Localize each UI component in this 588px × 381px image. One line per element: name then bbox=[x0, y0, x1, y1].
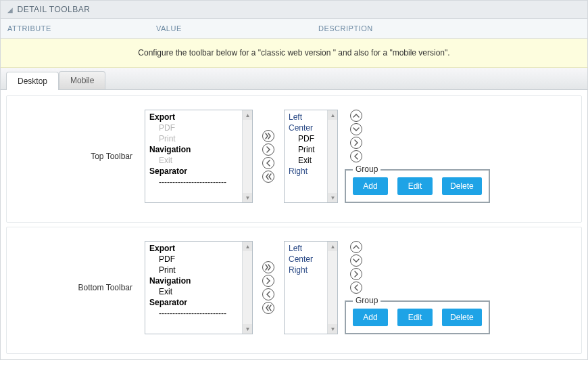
detail-toolbar-panel: ◢ DETAIL TOOLBAR ATTRIBUTE VALUE DESCRIP… bbox=[0, 0, 588, 360]
move-right-button[interactable] bbox=[350, 137, 362, 149]
list-group-head[interactable]: Separator bbox=[149, 297, 248, 308]
group-legend: Group bbox=[353, 296, 381, 305]
group-edit-button[interactable]: Edit bbox=[397, 309, 433, 326]
col-value: VALUE bbox=[156, 24, 318, 32]
column-headers: ATTRIBUTE VALUE DESCRIPTION bbox=[0, 19, 588, 39]
group-legend: Group bbox=[353, 164, 381, 174]
list-item[interactable]: Print bbox=[149, 133, 248, 144]
panel-header[interactable]: ◢ DETAIL TOOLBAR bbox=[0, 0, 588, 19]
group-add-button[interactable]: Add bbox=[353, 177, 388, 195]
group-fieldset: Group Add Edit Delete bbox=[345, 300, 490, 334]
list-item[interactable]: Exit bbox=[149, 155, 248, 166]
list-group-head[interactable]: Export bbox=[149, 112, 248, 122]
panel-title: DETAIL TOOLBAR bbox=[18, 5, 91, 14]
scroll-up-icon[interactable]: ▲ bbox=[243, 242, 253, 251]
scroll-up-icon[interactable]: ▲ bbox=[328, 110, 338, 120]
scrollbar[interactable]: ▲ ▼ bbox=[242, 242, 252, 334]
list-item[interactable]: Print bbox=[149, 265, 248, 275]
move-all-right-button[interactable] bbox=[262, 130, 274, 142]
tab-desktop[interactable]: Desktop bbox=[6, 72, 59, 90]
tab-content-desktop: Top Toolbar Export PDF Print Navigation … bbox=[0, 90, 588, 360]
list-separator[interactable]: ------------------------- bbox=[149, 177, 248, 187]
top-assigned-list[interactable]: Left Center PDF Print Exit Right ▲ ▼ bbox=[284, 110, 338, 203]
order-buttons bbox=[350, 110, 490, 162]
top-available-list[interactable]: Export PDF Print Navigation Exit Separat… bbox=[145, 110, 253, 203]
top-toolbar-section: Top Toolbar Export PDF Print Navigation … bbox=[6, 95, 582, 223]
move-all-left-button[interactable] bbox=[262, 302, 274, 314]
list-group-head[interactable]: Separator bbox=[149, 166, 248, 177]
move-down-button[interactable] bbox=[350, 254, 362, 267]
top-toolbar-label: Top Toolbar bbox=[16, 152, 145, 161]
scroll-down-icon[interactable]: ▼ bbox=[243, 324, 253, 334]
list-item[interactable]: PDF bbox=[149, 254, 248, 265]
list-group-head[interactable]: Export bbox=[149, 243, 248, 254]
move-up-button[interactable] bbox=[350, 241, 362, 253]
scroll-up-icon[interactable]: ▲ bbox=[328, 242, 338, 251]
move-left-button[interactable] bbox=[350, 150, 362, 162]
tabbar: Desktop Mobile bbox=[0, 68, 588, 90]
bottom-assigned-list[interactable]: Left Center Right ▲ ▼ bbox=[284, 241, 338, 334]
scrollbar[interactable]: ▲ ▼ bbox=[327, 110, 337, 202]
bottom-available-list[interactable]: Export PDF Print Navigation Exit Separat… bbox=[145, 241, 253, 334]
collapse-icon: ◢ bbox=[7, 6, 14, 14]
move-right-button[interactable] bbox=[262, 275, 274, 287]
group-edit-button[interactable]: Edit bbox=[397, 177, 433, 195]
scrollbar[interactable]: ▲ ▼ bbox=[327, 242, 337, 334]
scroll-up-icon[interactable]: ▲ bbox=[243, 110, 253, 120]
move-all-right-button[interactable] bbox=[262, 261, 274, 273]
group-delete-button[interactable]: Delete bbox=[442, 309, 482, 326]
scroll-down-icon[interactable]: ▼ bbox=[328, 193, 338, 202]
move-buttons bbox=[262, 130, 274, 183]
scrollbar[interactable]: ▲ ▼ bbox=[242, 110, 252, 202]
move-up-button[interactable] bbox=[350, 110, 362, 122]
order-buttons bbox=[350, 241, 490, 294]
config-notice: Configure the toolbar below for a "class… bbox=[0, 39, 588, 68]
col-attribute: ATTRIBUTE bbox=[7, 24, 156, 32]
move-left-button[interactable] bbox=[350, 282, 362, 294]
list-group-head[interactable]: Navigation bbox=[149, 144, 248, 155]
scroll-down-icon[interactable]: ▼ bbox=[243, 193, 253, 202]
move-left-button[interactable] bbox=[262, 288, 274, 300]
move-right-button[interactable] bbox=[262, 143, 274, 156]
move-buttons bbox=[262, 261, 274, 314]
bottom-toolbar-section: Bottom Toolbar Export PDF Print Navigati… bbox=[6, 227, 582, 354]
col-description: DESCRIPTION bbox=[318, 24, 581, 32]
list-group-head[interactable]: Navigation bbox=[149, 275, 248, 286]
list-separator[interactable]: ------------------------- bbox=[149, 308, 248, 319]
top-right-controls: Group Add Edit Delete bbox=[345, 110, 490, 203]
scroll-down-icon[interactable]: ▼ bbox=[328, 324, 338, 334]
group-delete-button[interactable]: Delete bbox=[442, 177, 482, 195]
tab-mobile[interactable]: Mobile bbox=[59, 71, 105, 89]
bottom-toolbar-label: Bottom Toolbar bbox=[16, 283, 145, 292]
move-all-left-button[interactable] bbox=[262, 171, 274, 183]
bottom-right-controls: Group Add Edit Delete bbox=[345, 241, 490, 334]
move-left-button[interactable] bbox=[262, 157, 274, 169]
list-item[interactable]: PDF bbox=[149, 122, 248, 133]
group-fieldset: Group Add Edit Delete bbox=[345, 169, 490, 203]
move-right-button[interactable] bbox=[350, 268, 362, 280]
list-item[interactable]: Exit bbox=[149, 286, 248, 297]
group-add-button[interactable]: Add bbox=[353, 309, 388, 326]
move-down-button[interactable] bbox=[350, 123, 362, 135]
